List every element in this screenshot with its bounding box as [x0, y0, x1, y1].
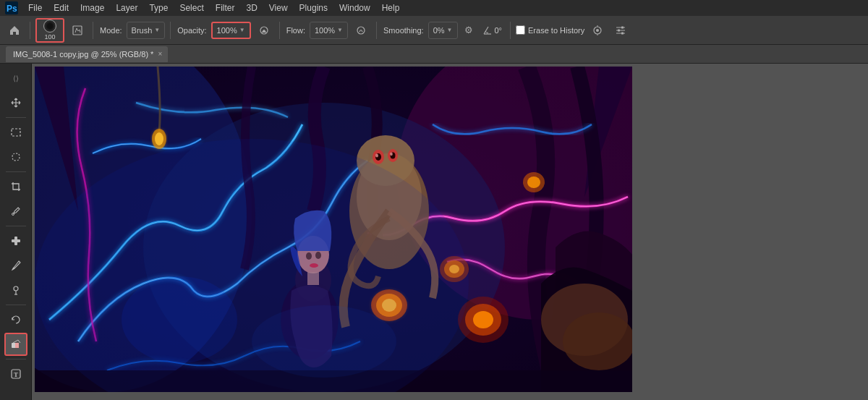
pressure-flow-button[interactable] — [351, 20, 371, 41]
canvas-wrapper — [35, 67, 632, 392]
svg-rect-18 — [15, 343, 19, 348]
app-logo: Ps — [4, 1, 19, 15]
lasso-tool[interactable] — [4, 145, 27, 169]
eyedropper-tool[interactable] — [4, 200, 27, 223]
separator-4 — [279, 22, 280, 39]
gear-icon: ⚙ — [464, 25, 473, 35]
smoothing-label: Smoothing: — [383, 26, 424, 35]
smoothing-input[interactable]: 0% ▼ — [428, 22, 458, 39]
heal-tool[interactable] — [4, 229, 27, 252]
svg-rect-10 — [618, 29, 620, 31]
opacity-label: Opacity: — [177, 26, 206, 35]
more-options-button[interactable] — [610, 20, 631, 41]
brush-tool[interactable] — [4, 254, 27, 277]
opacity-value: 100% — [217, 26, 237, 35]
angle-display: 0° — [480, 22, 506, 39]
move-tool[interactable] — [4, 91, 27, 114]
menu-view[interactable]: View — [264, 1, 293, 14]
menu-help[interactable]: Help — [377, 1, 405, 14]
menu-edit[interactable]: Edit — [48, 1, 74, 14]
separator-5 — [376, 22, 377, 39]
rectangle-select-tool[interactable] — [4, 121, 27, 144]
menu-image[interactable]: Image — [75, 1, 109, 14]
type-tool[interactable]: T — [4, 362, 27, 386]
menu-bar: Ps File Edit Image Layer Type Select Fil… — [0, 0, 868, 16]
separator-3 — [170, 22, 171, 39]
mode-chevron-icon: ▼ — [154, 27, 160, 33]
flow-label: Flow: — [286, 26, 305, 35]
erase-to-history-checkbox-label[interactable]: Erase to History — [516, 25, 584, 35]
menu-plugins[interactable]: Plugins — [294, 1, 333, 14]
smoothing-chevron-icon: ▼ — [447, 27, 453, 33]
menu-file[interactable]: File — [23, 1, 47, 14]
tab-bar: IMG_5008-1 copy.jpg @ 25% (RGB/8) * × — [0, 45, 868, 64]
target-icon[interactable] — [587, 20, 608, 41]
tools-panel: ⟨⟩ — [0, 64, 32, 400]
separator-1 — [30, 22, 30, 39]
mode-label: Mode: — [100, 26, 122, 35]
svg-point-47 — [390, 153, 393, 156]
svg-point-62 — [122, 276, 237, 363]
tool-separator — [6, 117, 26, 118]
brush-size-label: 100 — [44, 33, 55, 41]
menu-type[interactable]: Type — [144, 1, 173, 14]
history-brush-tool[interactable] — [4, 308, 27, 331]
tool-separator-4 — [6, 305, 26, 305]
svg-point-63 — [252, 305, 396, 378]
svg-point-38 — [527, 176, 540, 188]
crop-tool[interactable] — [4, 175, 27, 198]
home-button[interactable] — [4, 20, 25, 41]
canvas-image — [35, 67, 632, 392]
flow-input[interactable]: 100% ▼ — [310, 22, 348, 39]
menu-3d[interactable]: 3D — [241, 1, 262, 14]
tool-separator-3 — [6, 226, 26, 226]
svg-rect-15 — [14, 237, 17, 245]
clone-stamp-tool[interactable] — [4, 278, 27, 302]
options-toolbar: 100 Mode: Brush ▼ Opacity: 100% ▼ Flow: … — [0, 16, 868, 45]
menu-select[interactable]: Select — [174, 1, 208, 14]
mode-dropdown[interactable]: Brush ▼ — [127, 22, 166, 39]
tool-separator-5 — [6, 359, 26, 359]
flow-chevron-icon: ▼ — [337, 27, 343, 33]
separator-6 — [510, 22, 511, 39]
menu-layer[interactable]: Layer — [111, 1, 142, 14]
close-tab-button[interactable]: × — [158, 50, 162, 58]
document-tab-title: IMG_5008-1 copy.jpg @ 25% (RGB/8) * — [13, 50, 153, 59]
svg-point-46 — [375, 154, 378, 158]
svg-text:T: T — [13, 371, 17, 378]
svg-rect-12 — [12, 129, 20, 136]
brush-preset-picker[interactable]: 100 — [35, 18, 64, 43]
edit-brush-settings-button[interactable] — [67, 20, 88, 41]
flow-value: 100% — [315, 26, 335, 35]
separator-2 — [93, 22, 93, 39]
pressure-opacity-button[interactable] — [254, 20, 274, 41]
main-area: ⟨⟩ — [0, 64, 868, 400]
angle-value: 0° — [495, 26, 503, 35]
svg-point-6 — [596, 29, 599, 32]
mode-value: Brush — [132, 26, 153, 35]
collapse-tools-button[interactable]: ⟨⟩ — [4, 67, 27, 90]
svg-point-36 — [473, 311, 493, 328]
erase-to-history-checkbox[interactable] — [516, 25, 525, 35]
menu-filter[interactable]: Filter — [210, 1, 240, 14]
svg-text:Ps: Ps — [7, 4, 17, 14]
menu-window[interactable]: Window — [334, 1, 375, 14]
svg-point-56 — [563, 312, 632, 370]
eraser-tool[interactable] — [4, 333, 27, 356]
svg-point-13 — [12, 213, 14, 216]
brush-preview — [43, 20, 56, 33]
canvas-area — [32, 64, 868, 400]
erase-to-history-label: Erase to History — [528, 26, 584, 35]
svg-rect-11 — [621, 32, 624, 34]
svg-point-61 — [152, 129, 166, 149]
document-tab[interactable]: IMG_5008-1 copy.jpg @ 25% (RGB/8) * × — [6, 46, 168, 62]
svg-point-16 — [14, 286, 18, 291]
svg-rect-9 — [621, 26, 624, 28]
smoothing-value: 0% — [433, 26, 445, 35]
smoothing-settings-button[interactable]: ⚙ — [461, 22, 477, 38]
opacity-chevron-icon: ▼ — [239, 27, 245, 33]
tool-separator-2 — [6, 171, 26, 172]
opacity-input[interactable]: 100% ▼ — [211, 22, 251, 39]
